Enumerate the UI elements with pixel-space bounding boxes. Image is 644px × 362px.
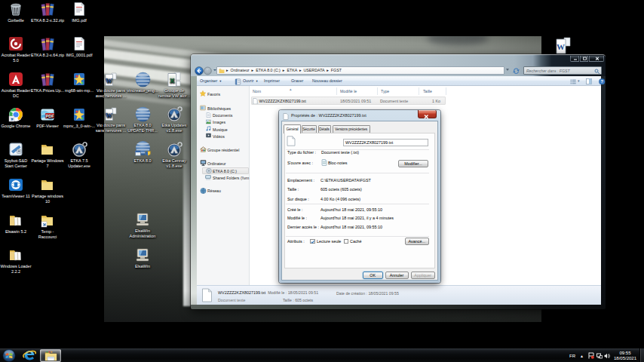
svg-text:X: X [170,77,174,84]
svg-text:W: W [106,112,112,119]
svg-text:W: W [557,42,565,51]
svg-text:W: W [106,77,112,84]
svg-text:PDF: PDF [46,114,55,118]
